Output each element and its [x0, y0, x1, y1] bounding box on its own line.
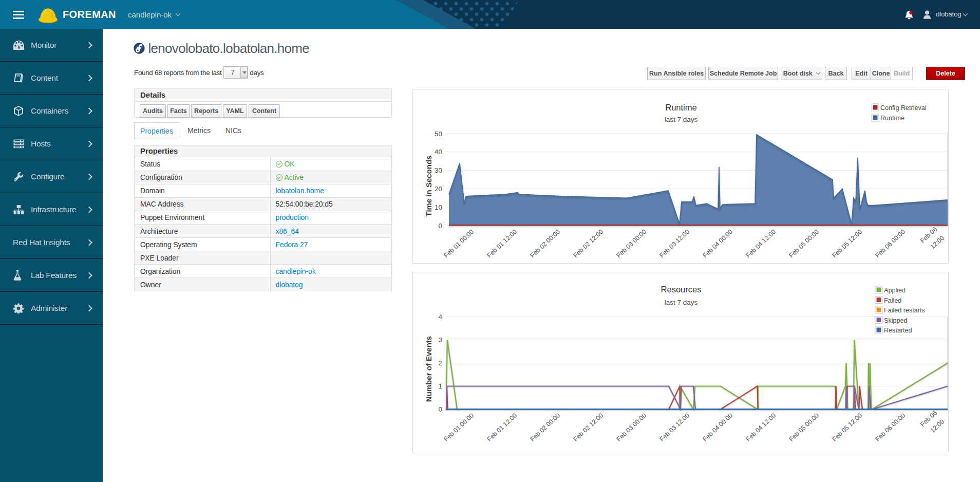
svg-text:0: 0 [439, 222, 442, 230]
svg-text:Skipped: Skipped [884, 317, 908, 324]
svg-text:last 7 days: last 7 days [665, 116, 698, 123]
svg-text:4: 4 [439, 313, 443, 321]
svg-text:1: 1 [439, 382, 442, 390]
svg-text:Feb 06 00:00: Feb 06 00:00 [874, 228, 907, 259]
svg-text:Failed restarts: Failed restarts [884, 307, 925, 314]
svg-text:Applied: Applied [884, 287, 906, 294]
svg-text:Feb 04 12:00: Feb 04 12:00 [745, 412, 777, 443]
svg-text:Runtime: Runtime [880, 115, 904, 122]
svg-text:last 7 days: last 7 days [665, 299, 698, 306]
svg-text:Feb 05 00:00: Feb 05 00:00 [788, 412, 820, 443]
svg-text:Feb 02 00:00: Feb 02 00:00 [529, 412, 561, 443]
svg-text:Feb 05 12:00: Feb 05 12:00 [831, 228, 863, 259]
svg-text:Feb 03 12:00: Feb 03 12:00 [658, 412, 691, 443]
svg-text:Feb 01 12:00: Feb 01 12:00 [486, 228, 518, 259]
svg-text:Feb 02 12:00: Feb 02 12:00 [572, 228, 605, 259]
svg-text:40: 40 [435, 148, 442, 156]
svg-text:Feb 06 00:00: Feb 06 00:00 [874, 412, 907, 443]
svg-text:Feb 02 00:00: Feb 02 00:00 [529, 228, 561, 259]
svg-text:Feb 04 00:00: Feb 04 00:00 [702, 412, 734, 443]
svg-text:Feb 04 00:00: Feb 04 00:00 [702, 228, 734, 259]
svg-text:20: 20 [435, 185, 442, 193]
svg-text:Time in Seconds: Time in Seconds [424, 156, 433, 217]
svg-text:Resources: Resources [661, 285, 702, 294]
svg-text:Feb 05 00:00: Feb 05 00:00 [788, 228, 820, 259]
svg-text:3: 3 [439, 336, 442, 344]
svg-text:Feb 05 12:00: Feb 05 12:00 [831, 412, 863, 443]
svg-text:30: 30 [435, 166, 442, 174]
svg-text:Feb 03 00:00: Feb 03 00:00 [615, 228, 648, 259]
svg-text:50: 50 [435, 130, 442, 138]
svg-text:Feb 03 12:00: Feb 03 12:00 [658, 228, 691, 259]
svg-text:Runtime: Runtime [665, 103, 696, 112]
svg-text:Restarted: Restarted [884, 327, 912, 334]
svg-text:Feb 01 00:00: Feb 01 00:00 [443, 228, 475, 259]
svg-text:2: 2 [439, 359, 442, 367]
svg-text:Feb 01 12:00: Feb 01 12:00 [486, 412, 518, 443]
svg-text:10: 10 [435, 203, 442, 211]
svg-text:Config Retrieval: Config Retrieval [880, 104, 927, 112]
svg-text:Feb 04 12:00: Feb 04 12:00 [745, 228, 777, 259]
svg-text:Number of Events: Number of Events [424, 336, 433, 402]
svg-text:Feb 02 12:00: Feb 02 12:00 [572, 412, 605, 443]
svg-text:Failed: Failed [884, 297, 901, 304]
svg-text:Feb 03 00:00: Feb 03 00:00 [615, 412, 648, 443]
svg-text:0: 0 [439, 405, 442, 413]
svg-text:Feb 01 00:00: Feb 01 00:00 [443, 412, 475, 443]
